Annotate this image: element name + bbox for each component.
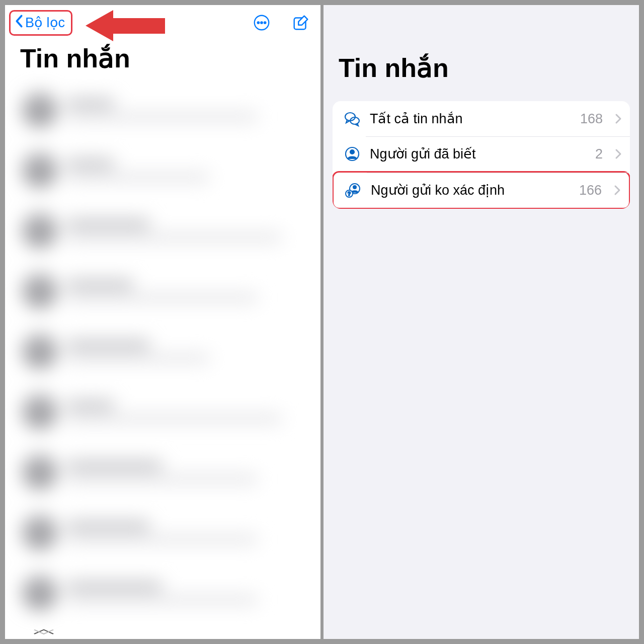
home-indicator-icon: [31, 627, 56, 637]
filter-label: Tất cả tin nhắn: [370, 111, 571, 127]
more-options-button[interactable]: [252, 13, 271, 32]
filter-count: 168: [580, 111, 603, 127]
svg-point-9: [350, 150, 354, 154]
page-title: Tin nhắn: [324, 5, 639, 96]
filter-label: Người gửi ko xác định: [371, 182, 570, 198]
svg-text:?: ?: [348, 191, 351, 197]
filter-back-button[interactable]: Bộ lọc: [9, 10, 72, 36]
person-circle-icon: [344, 145, 361, 163]
toolbar: Bộ lọc: [5, 5, 320, 40]
chevron-right-icon: [615, 113, 622, 124]
filter-count: 2: [595, 146, 603, 162]
filters-panel: Tin nhắn Tất cả tin nhắn 168: [324, 5, 639, 639]
compose-button[interactable]: [291, 13, 310, 32]
page-title: Tin nhắn: [5, 40, 320, 78]
filter-back-label: Bộ lọc: [25, 15, 65, 31]
svg-point-2: [261, 22, 262, 23]
svg-point-1: [258, 22, 259, 23]
filter-row-known-senders[interactable]: Người gửi đã biết 2: [333, 136, 630, 172]
messages-list-panel: Bộ lọc Tin: [5, 5, 320, 639]
svg-point-3: [264, 22, 266, 23]
filter-row-all-messages[interactable]: Tất cả tin nhắn 168: [333, 101, 630, 136]
filter-row-unknown-senders[interactable]: ? Người gửi ko xác định 166: [333, 171, 630, 209]
chevron-right-icon: [615, 148, 622, 159]
toolbar-actions: [252, 13, 310, 32]
chat-bubbles-icon: [344, 110, 361, 127]
chevron-left-icon: [14, 14, 25, 32]
filter-group: Tất cả tin nhắn 168 Người gửi đã biết 2: [333, 101, 630, 209]
person-question-icon: ?: [345, 182, 362, 199]
side-by-side-frame: Bộ lọc Tin: [0, 0, 644, 644]
svg-point-11: [353, 186, 356, 189]
chevron-right-icon: [614, 185, 621, 196]
filter-count: 166: [579, 183, 602, 198]
filter-label: Người gửi đã biết: [370, 146, 586, 162]
blurred-conversation-list: [5, 83, 320, 639]
